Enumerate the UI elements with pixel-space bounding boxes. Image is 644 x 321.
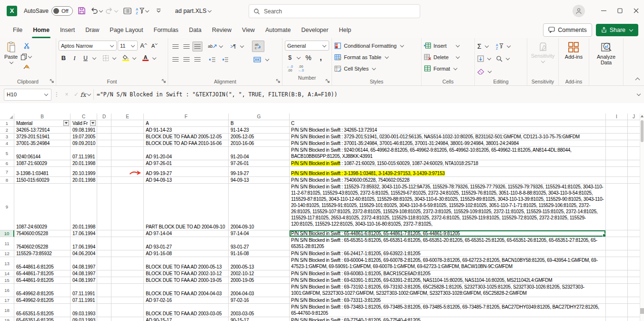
cell-H12[interactable]: P/N S/N Blocked in Swift : 66-24417-1:81…: [290, 250, 606, 257]
row-header-13[interactable]: 13: [0, 257, 14, 270]
cell-D9[interactable]: [97, 184, 111, 230]
autosum-button[interactable]: Σ: [477, 41, 492, 51]
cell-I12[interactable]: [606, 250, 628, 257]
cell-F19[interactable]: AD 90-15-17: [144, 317, 229, 321]
close-button[interactable]: [628, 0, 644, 21]
cell-B14[interactable]: 65-44861-7:81205: [14, 270, 70, 277]
align-bottom-button[interactable]: [192, 41, 202, 52]
cell-H2[interactable]: P/N S/N Blocked in Swift : 34265-13:7291…: [290, 127, 606, 134]
cell-F12[interactable]: AD 91-16-08: [144, 250, 229, 257]
save-button[interactable]: [76, 5, 88, 17]
increase-decimal-button[interactable]: ←.0.00: [285, 63, 295, 73]
cell-I10[interactable]: [606, 230, 628, 237]
cancel-button[interactable]: ×: [62, 90, 71, 99]
row-header-3[interactable]: 3: [0, 134, 14, 140]
cell-F15[interactable]: BLOCK DUE TO FAA AD 2000-19-05: [144, 277, 229, 284]
red-arrow-shape[interactable]: [129, 169, 141, 176]
cell-J2[interactable]: [628, 127, 640, 134]
cell-C19[interactable]: 09.03.1993: [70, 317, 97, 321]
select-all-corner[interactable]: [0, 114, 14, 120]
cell-G4[interactable]: 2010-16-06: [229, 140, 290, 147]
tab-view[interactable]: View: [237, 21, 260, 38]
cell-I17[interactable]: [606, 297, 628, 304]
cell-H8[interactable]: P/N S/N Blocked in Swift : 7540600:05228…: [290, 177, 606, 184]
cell-G6[interactable]: 97-26-01: [229, 160, 290, 167]
cell-G3[interactable]: 2005-12-05: [229, 134, 290, 140]
cell-I9[interactable]: [606, 184, 628, 230]
cell-G15[interactable]: 2000-19-05: [229, 277, 290, 284]
cell-C10[interactable]: 17.06.1994: [70, 230, 97, 237]
cell-D15[interactable]: [97, 277, 111, 284]
cell-B4[interactable]: 37001-35:24984: [14, 140, 70, 147]
cell-E3[interactable]: [111, 134, 144, 140]
cell-B7[interactable]: 3-1398-1:03481: [14, 167, 70, 177]
row-header-4[interactable]: 4: [0, 140, 14, 147]
tab-help[interactable]: Help: [333, 21, 356, 38]
cell-E19[interactable]: [111, 317, 144, 321]
cell-B5[interactable]: 9240:06144: [14, 147, 70, 160]
number-format-select[interactable]: General: [285, 41, 329, 51]
cell-C7[interactable]: 20.10.1999: [70, 167, 97, 177]
enter-button[interactable]: ✓: [71, 90, 81, 99]
tab-formulas[interactable]: Formulas: [149, 21, 184, 38]
cell-G13[interactable]: 2000-05-13: [229, 257, 290, 270]
cell-F11[interactable]: AD 93-01-27: [144, 237, 229, 250]
cell-E14[interactable]: [111, 270, 144, 277]
cell-G19[interactable]: 90-15-17: [229, 317, 290, 321]
cell-G1[interactable]: B: [229, 120, 290, 127]
cell-J9[interactable]: [628, 184, 640, 230]
filter-button-C1[interactable]: [90, 120, 96, 126]
cell-E12[interactable]: [111, 250, 144, 257]
maximize-button[interactable]: [612, 0, 628, 21]
cell-I16[interactable]: [606, 284, 628, 297]
fill-color-button[interactable]: [121, 53, 131, 63]
merge-center-button[interactable]: [251, 54, 263, 64]
fill-handle[interactable]: [603, 234, 606, 237]
cell-H1[interactable]: C: [290, 120, 606, 127]
cell-I6[interactable]: [606, 160, 628, 167]
row-header-18[interactable]: 18: [0, 304, 14, 317]
fill-button[interactable]: [477, 54, 492, 64]
cell-F10[interactable]: AD 97-14-04: [144, 230, 229, 237]
cell-H7[interactable]: P/N S/N Blocked in Swift : 3-1398-1:0348…: [290, 167, 606, 177]
redo-button[interactable]: [105, 7, 119, 14]
vertical-scrollbar[interactable]: [640, 114, 644, 321]
undo-button[interactable]: [90, 7, 103, 14]
row-header-17[interactable]: 17: [0, 297, 14, 304]
row-header-6[interactable]: 6: [0, 160, 14, 167]
cell-F13[interactable]: BLOCK DUE TO FAA AD 2000-05-13: [144, 257, 229, 270]
cell-G10[interactable]: 97-14-04: [229, 230, 290, 237]
name-box[interactable]: H10: [4, 89, 51, 101]
bold-button[interactable]: B: [59, 53, 69, 63]
alignment-dialog-launcher[interactable]: [276, 79, 281, 83]
cell-J6[interactable]: [628, 160, 640, 167]
cell-I14[interactable]: [606, 270, 628, 277]
cell-H13[interactable]: P/N S/N Blocked in Swift : 69-60004-1:81…: [290, 257, 606, 270]
increase-indent-button[interactable]: [220, 54, 230, 64]
cell-B8[interactable]: 1150-015:60029: [14, 177, 70, 184]
conditional-formatting-button[interactable]: Conditional Formatting: [334, 41, 404, 51]
cell-G8[interactable]: 94-09-13: [229, 177, 290, 184]
cell-B13[interactable]: 65-44861-6:81205: [14, 257, 70, 270]
orientation-button[interactable]: ab: [207, 41, 217, 52]
paste-button[interactable]: Paste: [2, 41, 20, 77]
number-dialog-launcher[interactable]: [325, 79, 330, 83]
cell-B1[interactable]: Material: [14, 120, 70, 127]
cell-E7[interactable]: [111, 167, 144, 177]
col-header-B[interactable]: B: [14, 114, 70, 120]
cell-F6[interactable]: AD 97-26-01: [144, 160, 229, 167]
filter-button-B1[interactable]: [63, 120, 69, 126]
clipboard-dialog-launcher[interactable]: [50, 79, 54, 83]
cell-J12[interactable]: [628, 250, 640, 257]
formula-input[interactable]: ="P/N S/N Blocked in Swift : "&TEXTJOIN(…: [97, 91, 636, 98]
cell-G16[interactable]: 2004-04-03: [229, 284, 290, 297]
cell-C1[interactable]: Valid Fr: [70, 120, 97, 127]
account-avatar[interactable]: [573, 5, 585, 17]
cell-H6[interactable]: P/N S/N Blocked in Swift : 1087-21:60029…: [290, 160, 606, 167]
cell-D6[interactable]: [97, 160, 111, 167]
col-header-E[interactable]: E: [111, 114, 144, 120]
row-header-11[interactable]: 11: [0, 237, 14, 250]
cell-B6[interactable]: 1087-21:60029: [14, 160, 70, 167]
font-color-button[interactable]: A: [141, 53, 151, 63]
decrease-decimal-button[interactable]: .00→.0: [296, 63, 306, 73]
